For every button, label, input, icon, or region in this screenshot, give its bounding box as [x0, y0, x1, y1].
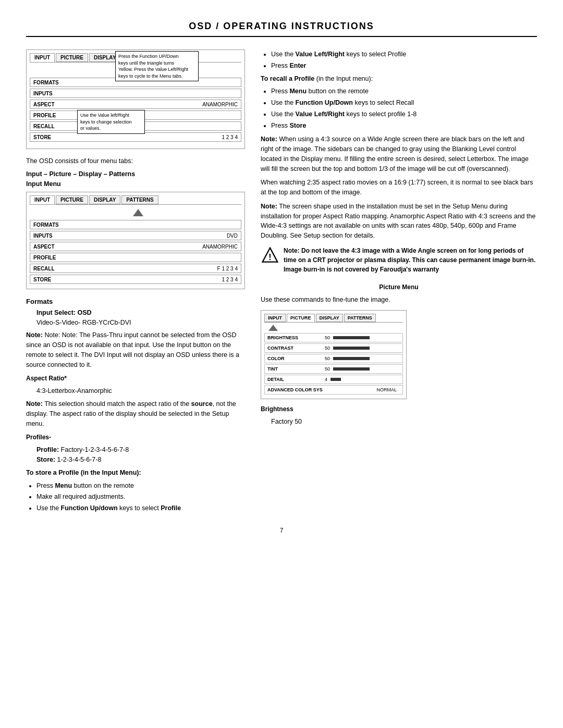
brightness-value: Factory 50	[271, 417, 537, 427]
pic-row-brightness: BRIGHTNESS 50	[264, 333, 403, 342]
note-235: When watching 2:35 aspect ratio movies o…	[261, 178, 537, 198]
aspect-note: Note: This selection should match the as…	[26, 399, 245, 428]
store-profile-heading: To store a Profile (in the Input Menu):	[26, 468, 245, 478]
menu-row-inputs-2: INPUTS DVD	[30, 231, 241, 240]
store-bullet-3: Use the Function Up/down keys to select …	[36, 503, 245, 513]
page-number: 7	[26, 527, 537, 534]
pic-tab-picture: PICTURE	[287, 314, 315, 322]
tab-patterns-2: PATTERNS	[121, 195, 158, 204]
left-column: INPUT PICTURE DISPLAY PATTERNS Press the…	[26, 50, 245, 516]
tab-input: INPUT	[30, 53, 55, 62]
menu-row-aspect-2: ASPECT ANAMORPHIC	[30, 242, 241, 251]
warning-icon: !	[261, 246, 279, 265]
tab-input-2: INPUT	[30, 195, 55, 204]
warning-box: ! Note: Do not leave the 4:3 image with …	[261, 246, 537, 277]
pic-row-contrast: CONTRAST 50	[264, 343, 403, 353]
callout-1: Press the Function UP/Downkeys until the…	[115, 51, 199, 81]
recall-heading: To recall a Profile (in the Input menu):	[261, 74, 537, 84]
note-screen-shape: Note: The screen shape used in the insta…	[261, 202, 537, 241]
store-profile-list: Press Menu button on the remote Make all…	[36, 481, 245, 513]
osd-diagram-2: INPUT PICTURE DISPLAY PATTERNS FORMATS I…	[26, 192, 245, 289]
pic-tab-patterns: PATTERNS	[344, 314, 376, 322]
bullet-value-lr: Use the Value Left/Right keys to select …	[271, 50, 537, 59]
formats-sub: Input Select: OSD Video-S-Video- RGB-YCr…	[36, 308, 245, 328]
aspect-value: 4:3-Letterbox-Anamorphic	[36, 386, 245, 396]
warning-text: Note: Do not leave the 4:3 image with a …	[284, 246, 537, 274]
profile-select-list: Use the Value Left/Right keys to select …	[271, 50, 537, 71]
recall-bullet-2: Use the Function Up/Down keys to select …	[271, 98, 537, 108]
store-bullet-1: Press Menu button on the remote	[36, 481, 245, 491]
right-column: Use the Value Left/Right keys to select …	[261, 50, 537, 516]
pic-row-detail: DETAIL 4	[264, 375, 403, 384]
note-wide-angle: Note: When using a 4:3 source on a Wide …	[261, 134, 537, 174]
recall-list: Press Menu button on the remote Use the …	[271, 87, 537, 130]
recall-bullet-1: Press Menu button on the remote	[271, 87, 537, 96]
tab-row-1: INPUT PICTURE DISPLAY PATTERNS Press the…	[30, 53, 241, 63]
tab-row-2: INPUT PICTURE DISPLAY PATTERNS	[30, 195, 241, 205]
menu-row-profile-2: PROFILE	[30, 253, 241, 262]
picture-triangle	[264, 325, 403, 331]
tab-picture: PICTURE	[56, 53, 88, 62]
menu-row-inputs: INPUTS	[30, 89, 241, 98]
tab-display-2: DISPLAY	[89, 195, 120, 204]
menu-row-aspect: ASPECT ANAMORPHIC	[30, 100, 241, 109]
pic-row-adv-color: ADVANCED COLOR SYS NORMAL	[264, 385, 403, 394]
picture-diagram: INPUT PICTURE DISPLAY PATTERNS BRIGHTNES…	[261, 310, 407, 399]
callout-2: Use the Value left/Rightkeys to change s…	[77, 110, 145, 134]
tabs-label: Input – Picture – Display – Patterns Inp…	[26, 169, 245, 189]
recall-bullet-3: Use the Value Left/Right keys to select …	[271, 109, 537, 119]
brightness-heading: Brightness	[261, 404, 537, 414]
bullet-enter: Press Enter	[271, 61, 537, 71]
profiles-detail: Profile: Factory-1-2-3-4-5-6-7-8 Store: …	[36, 445, 245, 465]
triangle-indicator-2	[30, 207, 241, 218]
menu-row-store-2: STORE 1 2 3 4	[30, 275, 241, 284]
picture-menu-heading: Picture Menu	[261, 282, 537, 292]
menu-row-recall-2: RECALL F 1 2 3 4	[30, 264, 241, 273]
osd-intro-text: The OSD consists of four menu tabs:	[26, 156, 245, 166]
formats-heading: Formats	[26, 297, 245, 307]
menu-row-profile: PROFILE Use the Value left/Rightkeys to …	[30, 110, 241, 120]
svg-text:!: !	[268, 252, 271, 262]
menu-row-formats-2: FORMATS	[30, 220, 241, 229]
recall-bullet-4: Press Store	[271, 121, 537, 131]
pic-tab-display: DISPLAY	[316, 314, 343, 322]
pic-row-tint: TINT 50	[264, 364, 403, 374]
osd-diagram-1: INPUT PICTURE DISPLAY PATTERNS Press the…	[26, 50, 245, 149]
pic-row-color: COLOR 50	[264, 354, 403, 363]
header-title: OSD / OPERATING INSTRUCTIONS	[26, 21, 537, 32]
store-bullet-2: Make all required adjustments.	[36, 492, 245, 502]
picture-menu-desc: Use these commands to fine-tune the imag…	[261, 295, 537, 305]
picture-tab-row: INPUT PICTURE DISPLAY PATTERNS	[264, 314, 403, 323]
tab-picture-2: PICTURE	[56, 195, 88, 204]
aspect-heading: Aspect Ratio*	[26, 374, 245, 383]
note-passthru: Note: Note: Note: The Pass-Thru input ca…	[26, 330, 245, 369]
pic-tab-input: INPUT	[264, 314, 286, 322]
page-title: OSD / OPERATING INSTRUCTIONS	[26, 21, 537, 37]
profiles-heading: Profiles-	[26, 433, 245, 442]
